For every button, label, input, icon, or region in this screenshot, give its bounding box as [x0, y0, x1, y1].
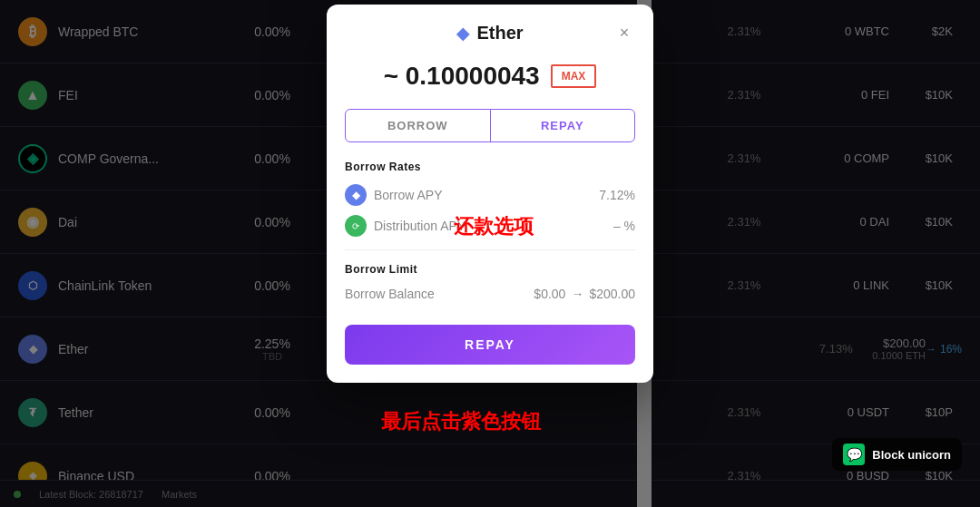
- max-button[interactable]: MAX: [551, 64, 597, 88]
- borrow-apy-label-text: Borrow APY: [374, 188, 442, 202]
- distribution-icon: ⟳: [345, 215, 367, 237]
- borrow-limit-title: Borrow Limit: [345, 263, 635, 276]
- borrow-apy-value: 7.12%: [599, 188, 635, 202]
- borrow-rates-section: Borrow Rates ◆ Borrow APY 7.12% ⟳ Distri…: [345, 161, 635, 237]
- eth-rate-icon: ◆: [345, 184, 367, 206]
- borrow-apy-label: ◆ Borrow APY: [345, 184, 442, 206]
- distribution-apy-label-text: Distribution APY: [374, 219, 466, 233]
- modal-dialog: ◆ Ether × ~ 0.10000043 MAX BORROW REPAY …: [327, 5, 653, 383]
- modal-overlay: ◆ Ether × ~ 0.10000043 MAX BORROW REPAY …: [0, 0, 980, 507]
- borrow-balance-to: $200.00: [589, 287, 635, 301]
- repay-button[interactable]: REPAY: [345, 325, 635, 365]
- borrow-balance-value: $0.00 → $200.00: [534, 287, 635, 301]
- amount-section: ~ 0.10000043 MAX: [345, 62, 635, 91]
- borrow-balance-row: Borrow Balance $0.00 → $200.00: [345, 287, 635, 301]
- borrow-balance-from: $0.00: [534, 287, 565, 301]
- tab-section: BORROW REPAY: [345, 109, 635, 142]
- wechat-icon: 💬: [843, 444, 865, 465]
- watermark: 💬 Block unicorn: [832, 438, 962, 471]
- borrow-balance-label: Borrow Balance: [345, 287, 435, 301]
- borrow-limit-section: Borrow Limit Borrow Balance $0.00 → $200…: [345, 263, 635, 301]
- modal-title: ◆ Ether: [456, 23, 523, 44]
- distribution-apy-row: ⟳ Distribution APY – %: [345, 215, 635, 237]
- distribution-apy-label: ⟳ Distribution APY: [345, 215, 466, 237]
- modal-header: ◆ Ether ×: [345, 23, 635, 44]
- distribution-apy-value: – %: [613, 219, 635, 233]
- modal-title-text: Ether: [476, 23, 523, 44]
- tab-repay[interactable]: REPAY: [490, 110, 635, 141]
- close-button[interactable]: ×: [613, 23, 635, 44]
- amount-display: ~ 0.10000043: [384, 62, 540, 91]
- eth-icon-modal: ◆: [456, 24, 469, 44]
- watermark-text: Block unicorn: [872, 448, 951, 462]
- tab-borrow[interactable]: BORROW: [346, 110, 490, 141]
- divider: [345, 249, 635, 250]
- borrow-rates-title: Borrow Rates: [345, 161, 635, 173]
- borrow-apy-row: ◆ Borrow APY 7.12%: [345, 184, 635, 206]
- arrow-icon: →: [571, 287, 583, 301]
